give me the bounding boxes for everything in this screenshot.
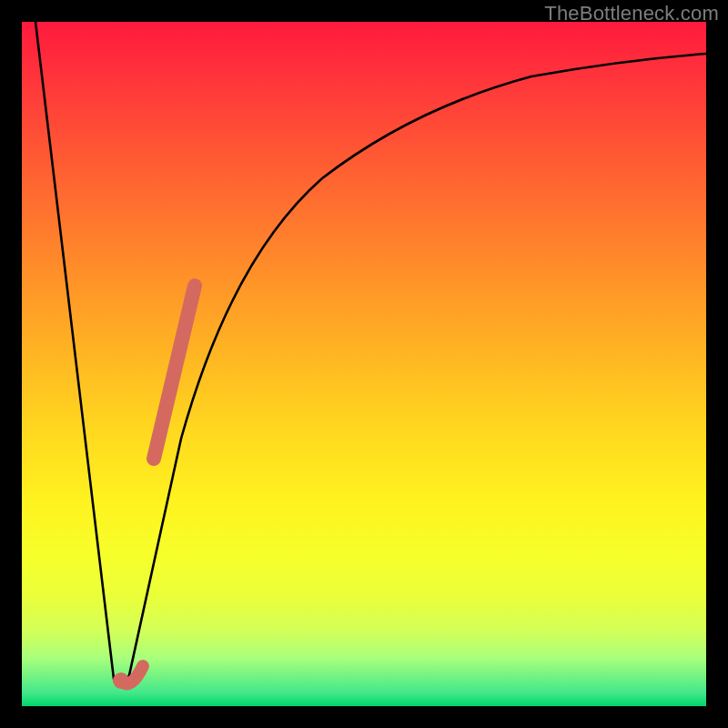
highlight-segment — [154, 286, 195, 459]
chart-frame: TheBottleneck.com — [0, 0, 728, 728]
bottleneck-curve — [35, 22, 706, 686]
chart-svg — [22, 22, 706, 706]
optimal-marker — [113, 666, 143, 689]
watermark-text: TheBottleneck.com — [544, 2, 719, 25]
